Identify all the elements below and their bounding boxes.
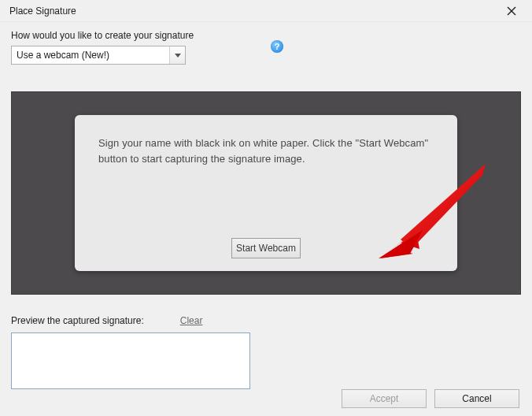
accept-label: Accept bbox=[370, 393, 399, 404]
instruction-panel: Sign your name with black ink on white p… bbox=[75, 115, 457, 271]
select-value: Use a webcam (New!) bbox=[17, 50, 109, 61]
dialog-footer: Accept Cancel bbox=[342, 389, 519, 408]
start-webcam-label: Start Webcam bbox=[236, 243, 296, 254]
webcam-capture-area: Sign your name with black ink on white p… bbox=[11, 91, 521, 295]
annotation-arrow-icon bbox=[374, 161, 492, 263]
chevron-down-icon bbox=[169, 46, 185, 64]
close-icon bbox=[507, 6, 516, 16]
preview-label: Preview the captured signature: bbox=[11, 315, 144, 326]
signature-preview-box bbox=[11, 332, 250, 389]
create-method-label: How would you like to create your signat… bbox=[11, 30, 194, 41]
create-method-select[interactable]: Use a webcam (New!) bbox=[11, 46, 186, 65]
svg-marker-2 bbox=[379, 232, 419, 258]
start-webcam-button[interactable]: Start Webcam bbox=[231, 238, 301, 258]
dialog-content: How would you like to create your signat… bbox=[0, 22, 532, 389]
window-title: Place Signature bbox=[9, 6, 76, 17]
accept-button: Accept bbox=[342, 389, 427, 408]
title-bar: Place Signature bbox=[0, 0, 532, 22]
svg-marker-3 bbox=[379, 230, 423, 258]
cancel-button[interactable]: Cancel bbox=[434, 389, 519, 408]
help-icon[interactable]: ? bbox=[271, 40, 283, 53]
cancel-label: Cancel bbox=[462, 393, 491, 404]
instruction-text: Sign your name with black ink on white p… bbox=[98, 136, 434, 167]
close-button[interactable] bbox=[497, 2, 526, 20]
clear-link[interactable]: Clear bbox=[180, 315, 203, 326]
